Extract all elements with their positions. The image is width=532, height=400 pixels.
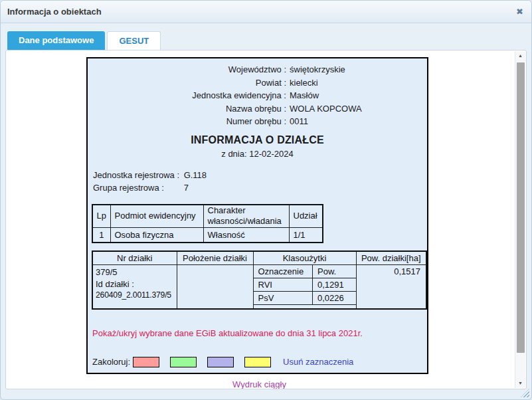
cell-klasouzytki: Oznaczenie Pow. RVI 0,1291 PsV 0,0226 bbox=[253, 265, 356, 309]
region-label: Jednostka ewidencyjna : bbox=[88, 89, 286, 102]
col-header-nr-dzialki: Nr działki bbox=[92, 251, 177, 265]
register-info: Jednostka rejestrowa : G.118 Grupa rejes… bbox=[93, 169, 427, 195]
parcel-document: Województwo : świętokrzyskie Powiat : ki… bbox=[86, 57, 428, 374]
col-header-charakter: Charakter własności/władania bbox=[203, 205, 289, 228]
cell-polozenie bbox=[177, 265, 253, 309]
land-use-table: Oznaczenie Pow. RVI 0,1291 PsV 0,0226 bbox=[254, 265, 356, 305]
parcel-table-header-row: Nr działki Położenie działki Klasoużytki… bbox=[92, 251, 426, 265]
region-label: Województwo : bbox=[88, 63, 286, 76]
color-swatch-green[interactable] bbox=[170, 357, 197, 367]
tab-gesut[interactable]: GESUT bbox=[107, 31, 161, 50]
register-line: Jednostka rejestrowa : G.118 bbox=[93, 169, 427, 182]
owners-table: Lp Podmiot ewidencyjny Charakter własnoś… bbox=[92, 204, 323, 243]
land-use-header-row: Oznaczenie Pow. bbox=[254, 265, 356, 278]
dialog-informacja-o-obiektach: Informacja o obiektach ✖ Dane podstawowe… bbox=[0, 0, 532, 400]
region-label: Numer obrębu : bbox=[88, 115, 286, 128]
continuous-print-link[interactable]: Wydruk ciągły bbox=[6, 379, 513, 389]
color-swatch-red[interactable] bbox=[133, 357, 159, 367]
col-header-podmiot: Podmiot ewidencyjny bbox=[110, 205, 203, 228]
dialog-titlebar[interactable]: Informacja o obiektach ✖ bbox=[1, 1, 531, 23]
region-value: WOLA KOPCOWA bbox=[290, 102, 427, 116]
cell-nr-dzialki: 379/5 Id działki : 260409_2.0011.379/5 bbox=[92, 265, 177, 309]
clear-selection-link[interactable]: Usuń zaznaczenia bbox=[283, 357, 353, 367]
region-value: świętokrzyskie bbox=[290, 63, 427, 76]
region-label: Nazwa obrębu : bbox=[88, 102, 286, 116]
land-use-code: RVI bbox=[254, 278, 313, 292]
color-swatch-yellow[interactable] bbox=[244, 357, 271, 367]
region-value: Masłów bbox=[290, 89, 427, 102]
region-value: kielecki bbox=[290, 76, 427, 90]
parcel-table: Nr działki Położenie działki Klasoużytki… bbox=[92, 250, 427, 310]
col-header-pow-dzialki: Pow. działki[ha] bbox=[356, 251, 426, 265]
cell-pow-dzialki: 0,1517 bbox=[356, 265, 426, 309]
land-use-row: PsV 0,0226 bbox=[254, 292, 356, 305]
resize-grip[interactable] bbox=[521, 389, 529, 397]
col-header-klasouzytki: Klasoużytki bbox=[253, 251, 356, 265]
col-header-polozenie: Położenie działki bbox=[177, 251, 253, 265]
cell-podmiot: Osoba fizyczna bbox=[110, 228, 203, 243]
land-use-area: 0,0226 bbox=[313, 292, 356, 305]
register-value: G.118 bbox=[184, 170, 207, 180]
land-use-area: 0,1291 bbox=[313, 278, 356, 292]
land-use-col1-header: Oznaczenie bbox=[254, 265, 313, 278]
parcel-id-value: 260409_2.0011.379/5 bbox=[96, 290, 174, 302]
col-header-lp: Lp bbox=[92, 205, 110, 228]
region-label: Powiat : bbox=[88, 76, 286, 90]
content-panel: Województwo : świętokrzyskie Powiat : ki… bbox=[5, 50, 527, 389]
register-value: 7 bbox=[184, 183, 189, 193]
scroll-down-icon[interactable]: ▼ bbox=[515, 379, 525, 388]
col-header-udzial: Udział bbox=[289, 205, 323, 228]
register-line: Grupa rejestrowa : 7 bbox=[93, 181, 427, 195]
color-swatch-purple[interactable] bbox=[207, 357, 234, 367]
document-title: INFORMACJA O DZIAŁCE bbox=[88, 134, 427, 146]
document-date: z dnia: 12-02-2024 bbox=[88, 149, 427, 159]
owners-table-header-row: Lp Podmiot ewidencyjny Charakter własnoś… bbox=[92, 205, 323, 228]
register-label: Grupa rejestrowa : bbox=[93, 181, 181, 195]
dialog-title: Informacja o obiektach bbox=[7, 7, 102, 17]
colorize-label: Zakoloruj: bbox=[92, 357, 130, 367]
cell-udzial: 1/1 bbox=[289, 228, 323, 243]
land-use-code: PsV bbox=[254, 292, 313, 305]
region-value: 0011 bbox=[290, 115, 427, 128]
parcel-id-label: Id działki : bbox=[96, 278, 174, 290]
close-icon[interactable]: ✖ bbox=[516, 7, 523, 16]
cell-lp: 1 bbox=[92, 228, 110, 243]
land-use-col2-header: Pow. bbox=[313, 265, 356, 278]
region-header: Województwo : świętokrzyskie Powiat : ki… bbox=[88, 63, 427, 128]
tab-dane-podstawowe[interactable]: Dane podstawowe bbox=[7, 31, 105, 50]
colorize-row: Zakoloruj: Usuń zaznaczenia bbox=[92, 356, 427, 368]
vertical-scrollbar[interactable]: ▲ ▼ bbox=[515, 51, 525, 388]
egib-toggle-link[interactable]: Pokaż/ukryj wybrane dane EGiB aktualizow… bbox=[92, 328, 427, 339]
cell-charakter: Własność bbox=[203, 228, 289, 243]
tab-bar: Dane podstawowe GESUT bbox=[1, 23, 531, 50]
parcel-table-row: 379/5 Id działki : 260409_2.0011.379/5 O… bbox=[92, 265, 426, 309]
register-label: Jednostka rejestrowa : bbox=[93, 169, 181, 182]
scroll-up-icon[interactable]: ▲ bbox=[515, 51, 525, 60]
scrollbar-thumb[interactable] bbox=[517, 62, 525, 353]
parcel-number: 379/5 bbox=[96, 266, 174, 278]
land-use-row: RVI 0,1291 bbox=[254, 278, 356, 292]
owners-table-row: 1 Osoba fizyczna Własność 1/1 bbox=[92, 228, 323, 243]
